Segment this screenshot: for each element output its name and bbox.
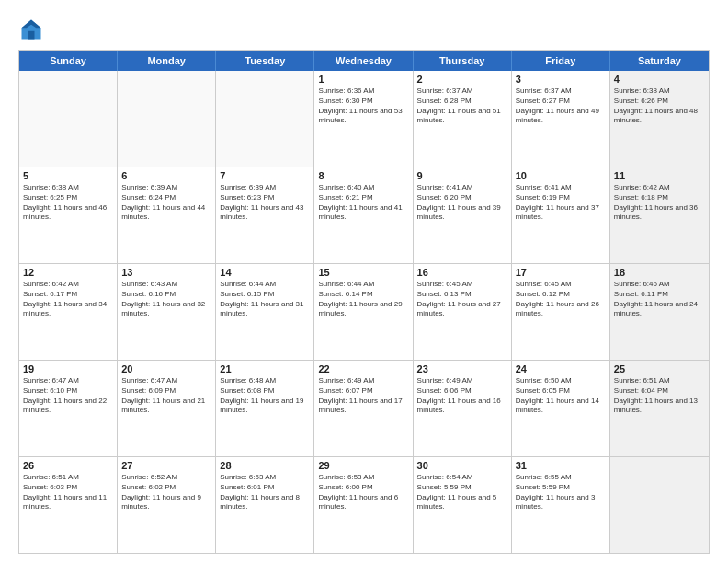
calendar-cell: 6Sunrise: 6:39 AM Sunset: 6:24 PM Daylig… xyxy=(118,167,216,263)
calendar-cell: 24Sunrise: 6:50 AM Sunset: 6:05 PM Dayli… xyxy=(512,361,610,456)
calendar-cell: 31Sunrise: 6:55 AM Sunset: 5:59 PM Dayli… xyxy=(512,457,610,553)
calendar-cell xyxy=(19,71,118,167)
cell-info: Sunrise: 6:37 AM Sunset: 6:28 PM Dayligh… xyxy=(417,86,507,126)
cell-info: Sunrise: 6:50 AM Sunset: 6:05 PM Dayligh… xyxy=(516,376,606,416)
cell-info: Sunrise: 6:41 AM Sunset: 6:20 PM Dayligh… xyxy=(417,183,507,223)
calendar-cell: 8Sunrise: 6:40 AM Sunset: 6:21 PM Daylig… xyxy=(314,167,413,263)
cell-info: Sunrise: 6:53 AM Sunset: 6:00 PM Dayligh… xyxy=(318,473,408,512)
calendar-cell: 1Sunrise: 6:36 AM Sunset: 6:30 PM Daylig… xyxy=(314,71,413,167)
weekday-header: Tuesday xyxy=(216,51,314,71)
cell-info: Sunrise: 6:51 AM Sunset: 6:03 PM Dayligh… xyxy=(23,473,113,512)
day-number: 27 xyxy=(121,460,211,471)
cell-info: Sunrise: 6:47 AM Sunset: 6:09 PM Dayligh… xyxy=(121,376,211,416)
calendar-row: 26Sunrise: 6:51 AM Sunset: 6:03 PM Dayli… xyxy=(19,457,709,553)
day-number: 2 xyxy=(417,74,507,85)
calendar-cell: 30Sunrise: 6:54 AM Sunset: 5:59 PM Dayli… xyxy=(414,457,512,553)
day-number: 21 xyxy=(220,363,310,374)
cell-info: Sunrise: 6:51 AM Sunset: 6:04 PM Dayligh… xyxy=(614,376,705,416)
calendar-cell: 13Sunrise: 6:43 AM Sunset: 6:16 PM Dayli… xyxy=(118,264,216,360)
cell-info: Sunrise: 6:36 AM Sunset: 6:30 PM Dayligh… xyxy=(318,86,408,126)
day-number: 16 xyxy=(417,267,507,278)
calendar-cell: 9Sunrise: 6:41 AM Sunset: 6:20 PM Daylig… xyxy=(414,167,512,263)
calendar-cell: 26Sunrise: 6:51 AM Sunset: 6:03 PM Dayli… xyxy=(19,457,118,553)
day-number: 26 xyxy=(23,460,113,471)
calendar-row: 12Sunrise: 6:42 AM Sunset: 6:17 PM Dayli… xyxy=(19,264,709,361)
logo xyxy=(18,17,50,42)
calendar-cell: 25Sunrise: 6:51 AM Sunset: 6:04 PM Dayli… xyxy=(610,361,709,456)
day-number: 3 xyxy=(516,74,606,85)
day-number: 29 xyxy=(318,460,408,471)
cell-info: Sunrise: 6:45 AM Sunset: 6:12 PM Dayligh… xyxy=(516,280,606,319)
calendar-cell: 11Sunrise: 6:42 AM Sunset: 6:18 PM Dayli… xyxy=(610,167,709,263)
day-number: 20 xyxy=(121,363,211,374)
cell-info: Sunrise: 6:52 AM Sunset: 6:02 PM Dayligh… xyxy=(121,473,211,512)
calendar-cell: 3Sunrise: 6:37 AM Sunset: 6:27 PM Daylig… xyxy=(512,71,610,167)
weekday-header: Sunday xyxy=(19,51,118,71)
calendar-cell xyxy=(610,457,709,553)
calendar-cell: 7Sunrise: 6:39 AM Sunset: 6:23 PM Daylig… xyxy=(216,167,314,263)
day-number: 30 xyxy=(417,460,507,471)
day-number: 19 xyxy=(23,363,113,374)
calendar-cell: 21Sunrise: 6:48 AM Sunset: 6:08 PM Dayli… xyxy=(216,361,314,456)
day-number: 12 xyxy=(23,267,113,278)
day-number: 5 xyxy=(23,170,113,181)
day-number: 6 xyxy=(121,170,211,181)
cell-info: Sunrise: 6:38 AM Sunset: 6:25 PM Dayligh… xyxy=(23,183,113,223)
day-number: 13 xyxy=(121,267,211,278)
day-number: 31 xyxy=(516,460,606,471)
calendar-cell xyxy=(118,71,216,167)
day-number: 15 xyxy=(318,267,408,278)
cell-info: Sunrise: 6:42 AM Sunset: 6:18 PM Dayligh… xyxy=(614,183,705,223)
calendar-cell: 10Sunrise: 6:41 AM Sunset: 6:19 PM Dayli… xyxy=(512,167,610,263)
day-number: 4 xyxy=(614,74,705,85)
calendar-cell: 15Sunrise: 6:44 AM Sunset: 6:14 PM Dayli… xyxy=(314,264,413,360)
day-number: 8 xyxy=(318,170,408,181)
calendar-cell: 23Sunrise: 6:49 AM Sunset: 6:06 PM Dayli… xyxy=(414,361,512,456)
calendar-body: 1Sunrise: 6:36 AM Sunset: 6:30 PM Daylig… xyxy=(19,71,709,553)
weekday-header: Wednesday xyxy=(314,51,413,71)
day-number: 18 xyxy=(614,267,705,278)
calendar-cell: 4Sunrise: 6:38 AM Sunset: 6:26 PM Daylig… xyxy=(610,71,709,167)
calendar-cell: 28Sunrise: 6:53 AM Sunset: 6:01 PM Dayli… xyxy=(216,457,314,553)
day-number: 28 xyxy=(220,460,310,471)
calendar-row: 1Sunrise: 6:36 AM Sunset: 6:30 PM Daylig… xyxy=(19,71,709,167)
calendar-cell: 14Sunrise: 6:44 AM Sunset: 6:15 PM Dayli… xyxy=(216,264,314,360)
calendar-header: SundayMondayTuesdayWednesdayThursdayFrid… xyxy=(19,51,709,71)
cell-info: Sunrise: 6:55 AM Sunset: 5:59 PM Dayligh… xyxy=(516,473,606,512)
calendar-cell: 16Sunrise: 6:45 AM Sunset: 6:13 PM Dayli… xyxy=(414,264,512,360)
cell-info: Sunrise: 6:48 AM Sunset: 6:08 PM Dayligh… xyxy=(220,376,310,416)
cell-info: Sunrise: 6:39 AM Sunset: 6:23 PM Dayligh… xyxy=(220,183,310,223)
day-number: 23 xyxy=(417,363,507,374)
cell-info: Sunrise: 6:42 AM Sunset: 6:17 PM Dayligh… xyxy=(23,280,113,319)
cell-info: Sunrise: 6:44 AM Sunset: 6:15 PM Dayligh… xyxy=(220,280,310,319)
logo-icon xyxy=(18,17,44,42)
calendar-cell: 2Sunrise: 6:37 AM Sunset: 6:28 PM Daylig… xyxy=(414,71,512,167)
day-number: 9 xyxy=(417,170,507,181)
day-number: 22 xyxy=(318,363,408,374)
day-number: 17 xyxy=(516,267,606,278)
day-number: 24 xyxy=(516,363,606,374)
day-number: 25 xyxy=(614,363,705,374)
calendar-cell: 12Sunrise: 6:42 AM Sunset: 6:17 PM Dayli… xyxy=(19,264,118,360)
page-header xyxy=(18,17,710,42)
day-number: 1 xyxy=(318,74,408,85)
cell-info: Sunrise: 6:53 AM Sunset: 6:01 PM Dayligh… xyxy=(220,473,310,512)
cell-info: Sunrise: 6:38 AM Sunset: 6:26 PM Dayligh… xyxy=(614,86,705,126)
weekday-header: Thursday xyxy=(414,51,512,71)
calendar-row: 5Sunrise: 6:38 AM Sunset: 6:25 PM Daylig… xyxy=(19,167,709,264)
day-number: 10 xyxy=(516,170,606,181)
weekday-header: Monday xyxy=(118,51,216,71)
cell-info: Sunrise: 6:47 AM Sunset: 6:10 PM Dayligh… xyxy=(23,376,113,416)
calendar-cell: 18Sunrise: 6:46 AM Sunset: 6:11 PM Dayli… xyxy=(610,264,709,360)
cell-info: Sunrise: 6:41 AM Sunset: 6:19 PM Dayligh… xyxy=(516,183,606,223)
weekday-header: Friday xyxy=(512,51,610,71)
calendar-cell: 22Sunrise: 6:49 AM Sunset: 6:07 PM Dayli… xyxy=(314,361,413,456)
svg-rect-2 xyxy=(28,31,35,40)
calendar-cell xyxy=(216,71,314,167)
calendar: SundayMondayTuesdayWednesdayThursdayFrid… xyxy=(18,50,710,554)
cell-info: Sunrise: 6:43 AM Sunset: 6:16 PM Dayligh… xyxy=(121,280,211,319)
cell-info: Sunrise: 6:37 AM Sunset: 6:27 PM Dayligh… xyxy=(516,86,606,126)
calendar-row: 19Sunrise: 6:47 AM Sunset: 6:10 PM Dayli… xyxy=(19,361,709,457)
calendar-cell: 20Sunrise: 6:47 AM Sunset: 6:09 PM Dayli… xyxy=(118,361,216,456)
day-number: 14 xyxy=(220,267,310,278)
